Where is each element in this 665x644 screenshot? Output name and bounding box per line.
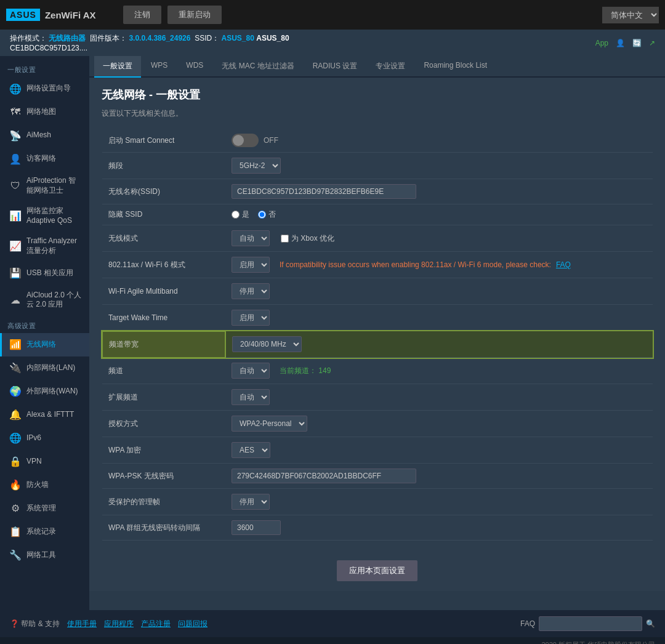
sidebar: 一般设置 🌐 网络设置向导 🗺 网络地图 📡 AiMesh 👤 访客网络 🛡 A… [0,56,89,610]
xbox-checkbox-label[interactable]: 为 Xbox 优化 [281,233,334,244]
ipv6-label: IPv6 [26,433,41,443]
xbox-checkbox[interactable] [281,235,289,243]
hide-ssid-yes-radio[interactable] [232,211,240,219]
tab-professional[interactable]: 专业设置 [367,56,414,78]
system-label: 系统管理 [26,504,56,513]
logo-area: ASUS ZenWiFi AX [6,9,117,21]
setting-smart-connect: 启动 Smart Connect OFF [102,129,653,153]
bandwidth-label: 频道带宽 [102,331,225,358]
footer-link-feedback[interactable]: 问题回报 [178,619,208,629]
sidebar-item-aicloud[interactable]: ☁ AiCloud 2.0 个人云 2.0 应用 [0,285,89,315]
wireless-icon: 📶 [9,339,22,351]
setting-target-wake: Target Wake Time 启用 [102,305,653,331]
aimesh-label: AiMesh [26,131,51,140]
footer-link-manual[interactable]: 使用手册 [67,619,97,629]
info-bar-left: 操作模式： 无线路由器 固件版本： 3.0.0.4.386_24926 SSID… [10,33,289,52]
ssid-value2: ASUS_80 [256,34,289,42]
aimesh-icon: 📡 [9,129,22,142]
firmware-value: 3.0.0.4.386_24926 [129,34,190,42]
sidebar-item-firewall[interactable]: 🔥 防火墙 [0,473,89,497]
sidebar-item-aimesh[interactable]: 📡 AiMesh [0,124,89,147]
bandwidth-select[interactable]: 20/40/80 MHz [232,336,302,352]
wpa-psk-input[interactable] [232,469,416,483]
apply-button[interactable]: 应用本页面设置 [337,560,417,581]
sidebar-item-ipv6[interactable]: 🌐 IPv6 [0,427,89,450]
tab-roaming-block[interactable]: Roaming Block List [415,56,496,78]
sidebar-item-usb-apps[interactable]: 💾 USB 相关应用 [0,262,89,285]
sidebar-item-syslog[interactable]: 📋 系统记录 [0,520,89,544]
current-channel-label: 当前频道： [280,366,316,375]
footer-left: ❓ 帮助 & 支持 使用手册 应用程序 产品注册 问题回报 [10,619,208,629]
sidebar-item-alexa[interactable]: 🔔 Alexa & IFTTT [0,403,89,427]
channel-select[interactable]: 自动 [232,363,270,379]
firewall-label: 防火墙 [26,480,49,490]
faq-label: FAQ [520,619,535,628]
wifi6-select[interactable]: 启用 [232,257,270,273]
auth-select[interactable]: WPA2-Personal [232,416,307,432]
tab-wds[interactable]: WDS [177,56,212,78]
wpa-rekey-control [225,515,653,541]
mode-label: 操作模式： [10,34,47,42]
protected-mgmt-select[interactable]: 停用 [232,494,270,510]
footer-search: FAQ 🔍 [520,616,655,631]
hide-ssid-no[interactable]: 否 [258,209,276,220]
ext-channel-select[interactable]: 自动 [232,389,270,405]
sidebar-item-aiprotection[interactable]: 🛡 AiProtection 智能网络卫士 [0,171,89,201]
reboot-button[interactable]: 重新启动 [167,6,222,24]
network-tools-icon: 🔧 [9,549,22,561]
network-map-label: 网络地图 [26,107,56,117]
wifi6-faq-link[interactable]: FAQ [556,260,571,269]
page-content: 无线网络 - 一般设置 设置以下无线相关信息。 启动 Smart Connect… [89,78,665,591]
sidebar-item-network-setup[interactable]: 🌐 网络设置向导 [0,77,89,100]
qos-label: 网络监控家 Adaptive QoS [26,206,82,225]
auth-control: WPA2-Personal [225,411,653,437]
asus-logo: ASUS [6,9,40,21]
lan-label: 内部网络(LAN) [26,363,75,373]
current-channel-value: 149 [318,366,331,375]
agile-select[interactable]: 停用 [232,283,270,299]
alexa-icon: 🔔 [9,409,22,421]
sidebar-item-lan[interactable]: 🔌 内部网络(LAN) [0,356,89,380]
current-channel: 当前频道： 149 [280,366,331,376]
sidebar-item-vpn[interactable]: 🔒 VPN [0,450,89,473]
sidebar-item-network-tools[interactable]: 🔧 网络工具 [0,544,89,567]
channel-control: 自动 当前频道： 149 [225,358,653,384]
target-wake-select[interactable]: 启用 [232,310,270,326]
sidebar-item-wan[interactable]: 🌍 外部网络(WAN) [0,380,89,403]
search-icon[interactable]: 🔍 [646,619,655,628]
ssid-control [225,179,653,204]
footer-link-apps[interactable]: 应用程序 [104,619,134,629]
setting-wpa-encrypt: WPA 加密 AES [102,437,653,464]
wireless-mode-select[interactable]: 自动 [232,230,270,246]
tab-general[interactable]: 一般设置 [94,56,141,78]
aicloud-icon: ☁ [9,294,22,306]
ssid-input[interactable] [232,184,416,199]
setting-bandwidth: 频道带宽 20/40/80 MHz [102,331,653,358]
sidebar-item-system[interactable]: ⚙ 系统管理 [0,497,89,520]
sidebar-item-guest-network[interactable]: 👤 访客网络 [0,147,89,171]
hide-ssid-yes[interactable]: 是 [232,209,249,220]
wpa-rekey-input[interactable] [232,520,281,535]
logout-button[interactable]: 注销 [123,6,161,24]
tab-radius[interactable]: RADIUS 设置 [304,56,366,78]
sidebar-item-traffic-analyzer[interactable]: 📈 Traffic Analyzer 流量分析 [0,231,89,261]
tab-mac-filter[interactable]: 无线 MAC 地址过滤器 [213,56,302,78]
wpa-encrypt-select[interactable]: AES [232,442,270,458]
sidebar-item-adaptive-qos[interactable]: 📊 网络监控家 Adaptive QoS [0,201,89,231]
band-select[interactable]: 5GHz-2 [232,158,281,174]
sidebar-item-wireless[interactable]: 📶 无线网络 [0,333,89,356]
wpa-encrypt-control: AES [225,437,653,464]
footer-link-registration[interactable]: 产品注册 [141,619,171,629]
tab-wps[interactable]: WPS [142,56,176,78]
sidebar-item-network-map[interactable]: 🗺 网络地图 [0,100,89,124]
setting-protected-mgmt: 受保护的管理帧 停用 [102,489,653,515]
traffic-icon: 📈 [9,240,22,252]
usb-icon: 💾 [9,267,22,280]
faq-search-input[interactable] [539,616,642,631]
smart-connect-toggle[interactable] [232,134,259,147]
language-select[interactable]: 简体中文 [602,7,659,23]
hide-ssid-radios: 是 否 [232,209,647,220]
top-bar: ASUS ZenWiFi AX 注销 重新启动 简体中文 [0,0,665,30]
protected-mgmt-control: 停用 [225,489,653,515]
hide-ssid-no-radio[interactable] [258,211,266,219]
